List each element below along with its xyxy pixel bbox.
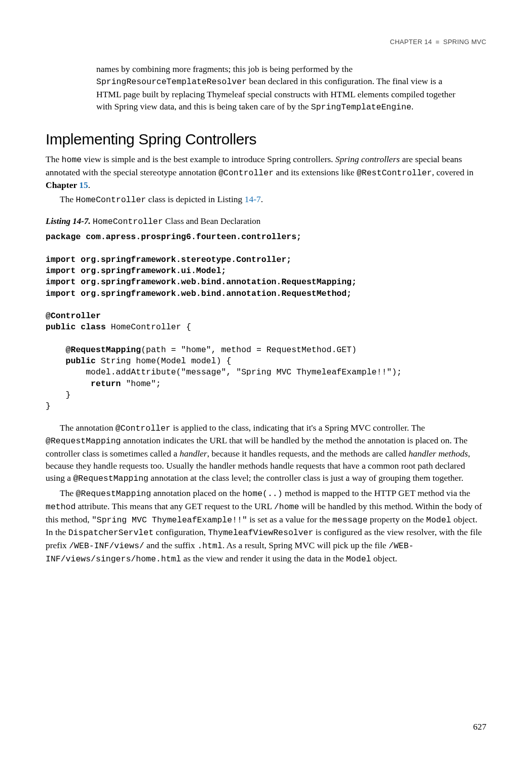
body-paragraph: The home view is simple and is the best …	[46, 153, 486, 192]
body-paragraph: The HomeController class is depicted in …	[46, 193, 486, 206]
chapter-name: SPRING MVC	[443, 38, 486, 46]
code-block: package com.apress.prospring6.fourteen.c…	[46, 232, 486, 412]
chapter-link[interactable]: 15	[79, 180, 88, 190]
chapter-label: CHAPTER 14	[390, 38, 432, 46]
body-paragraph: The @RequestMapping annotation placed on…	[46, 487, 486, 565]
running-header: CHAPTER 14 ■ SPRING MVC	[46, 38, 486, 46]
code-inline: SpringTemplateEngine	[311, 102, 411, 112]
body-paragraph: The annotation @Controller is applied to…	[46, 422, 486, 485]
header-separator: ■	[436, 38, 440, 46]
listing-caption: Listing 14-7. HomeController Class and B…	[46, 216, 486, 226]
intro-paragraph: names by combining more fragments; this …	[96, 63, 466, 113]
section-heading: Implementing Spring Controllers	[46, 131, 486, 148]
page-number: 627	[473, 721, 486, 732]
listing-link[interactable]: 14-7	[245, 194, 261, 204]
code-inline: SpringResourceTemplateResolver	[96, 77, 247, 87]
